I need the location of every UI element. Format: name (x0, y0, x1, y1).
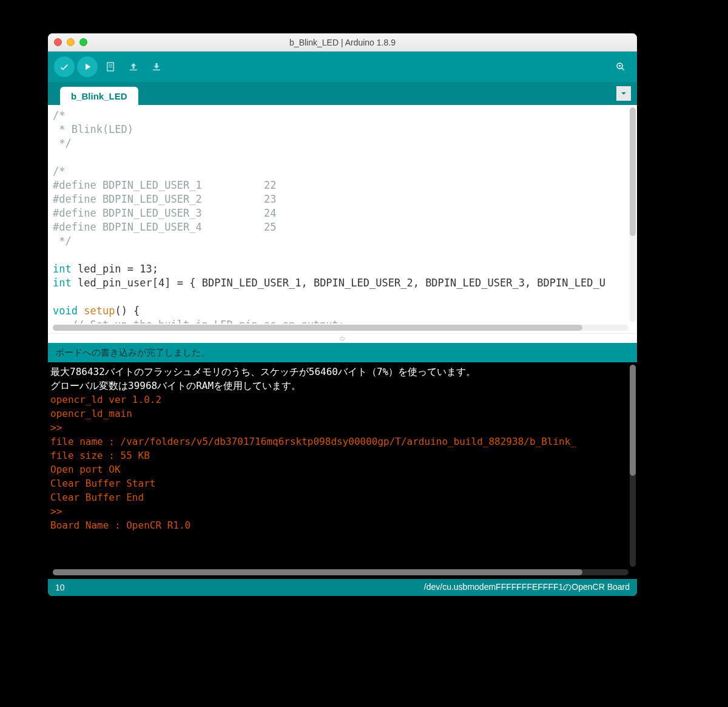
console-content: 最大786432バイトのフラッシュメモリのうち、スケッチが56460バイト（7%… (48, 362, 637, 564)
scrollbar-thumb[interactable] (53, 569, 582, 575)
board-port-label: /dev/cu.usbmodemFFFFFFFEFFFF1のOpenCR Boa… (424, 582, 630, 593)
scrollbar-thumb[interactable] (53, 325, 582, 331)
toolbar (48, 52, 637, 82)
zoom-button[interactable] (79, 38, 87, 46)
scrollbar-thumb[interactable] (630, 107, 636, 236)
status-message: ボードへの書き込みが完了しました。 (48, 343, 637, 362)
file-icon (105, 61, 116, 72)
traffic-lights (54, 38, 87, 46)
arduino-ide-window: b_Blink_LED | Arduino 1.8.9 b_Blink_LED (48, 33, 637, 596)
console-vertical-scrollbar[interactable] (630, 365, 636, 567)
serial-monitor-button[interactable] (610, 56, 631, 77)
svg-rect-5 (153, 70, 160, 71)
svg-point-8 (619, 65, 621, 67)
scrollbar-thumb[interactable] (630, 365, 636, 476)
tab-menu-button[interactable] (616, 86, 631, 101)
line-number: 10 (55, 583, 65, 592)
output-console[interactable]: 最大786432バイトのフラッシュメモリのうち、スケッチが56460バイト（7%… (48, 362, 637, 579)
titlebar: b_Blink_LED | Arduino 1.8.9 (48, 33, 637, 52)
tab-bar: b_Blink_LED (48, 82, 637, 105)
svg-rect-0 (107, 63, 114, 71)
code-editor[interactable]: /* * Blink(LED) */ /* #define BDPIN_LED_… (48, 105, 637, 333)
window-title: b_Blink_LED | Arduino 1.8.9 (48, 38, 637, 47)
svg-rect-4 (130, 70, 137, 71)
code-content[interactable]: /* * Blink(LED) */ /* #define BDPIN_LED_… (48, 105, 637, 323)
arrow-right-icon (82, 61, 93, 72)
new-button[interactable] (100, 56, 121, 77)
serial-monitor-icon (615, 61, 626, 72)
sketch-tab[interactable]: b_Blink_LED (60, 87, 138, 105)
close-button[interactable] (54, 38, 62, 46)
chevron-down-icon (620, 90, 627, 97)
arrow-up-icon (128, 61, 139, 72)
footer-bar: 10 /dev/cu.usbmodemFFFFFFFEFFFF1のOpenCR … (48, 579, 637, 596)
splitter-handle[interactable]: ⬭ (48, 333, 637, 343)
svg-line-7 (622, 68, 625, 71)
editor-vertical-scrollbar[interactable] (630, 107, 636, 322)
minimize-button[interactable] (67, 38, 75, 46)
save-button[interactable] (146, 56, 167, 77)
editor-horizontal-scrollbar[interactable] (53, 325, 629, 331)
verify-button[interactable] (54, 56, 75, 77)
console-horizontal-scrollbar[interactable] (53, 569, 629, 575)
arrow-down-icon (151, 61, 162, 72)
upload-button[interactable] (77, 56, 98, 77)
check-icon (59, 61, 70, 72)
open-button[interactable] (123, 56, 144, 77)
